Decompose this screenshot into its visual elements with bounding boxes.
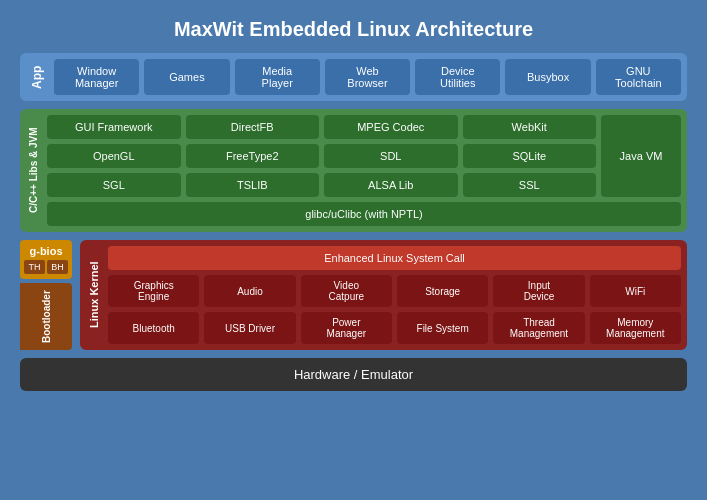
games-box: Games <box>144 59 229 95</box>
glibc-row: glibc/uClibc (with NPTL) <box>47 202 681 226</box>
media-player-box: MediaPlayer <box>235 59 320 95</box>
sqlite-box: SQLite <box>463 144 597 168</box>
bootloader-col: g-bios TH BH Bootloader <box>20 240 72 350</box>
kernel-section: g-bios TH BH Bootloader Linux Kernel Enh… <box>20 240 687 350</box>
hardware-layer: Hardware / Emulator <box>20 358 687 391</box>
libs-layer-label: C/C++ Libs & JVM <box>26 115 41 226</box>
libs-with-java: GUI Framework DirectFB MPEG Codec WebKit… <box>47 115 681 197</box>
gbios-label: g-bios <box>24 245 68 257</box>
kernel-rows: GraphicsEngine Audio VideoCatpure Storag… <box>108 275 681 344</box>
wifi-box: WiFi <box>590 275 681 307</box>
libs-row1: GUI Framework DirectFB MPEG Codec WebKit <box>47 115 596 139</box>
kernel-layer: Linux Kernel Enhanced Linux System Call … <box>80 240 687 350</box>
kernel-row2: Bluetooth USB Driver PowerManager File S… <box>108 312 681 344</box>
kernel-layer-label: Linux Kernel <box>86 246 102 344</box>
libs-layer: C/C++ Libs & JVM GUI Framework DirectFB … <box>20 109 687 232</box>
gnu-toolchain-box: GNUToolchain <box>596 59 681 95</box>
app-layer: App WindowManager Games MediaPlayer WebB… <box>20 53 687 101</box>
libs-content: GUI Framework DirectFB MPEG Codec WebKit… <box>47 115 681 226</box>
window-manager-box: WindowManager <box>54 59 139 95</box>
gbios-th: TH <box>24 260 45 274</box>
tslib-box: TSLIB <box>186 173 320 197</box>
audio-box: Audio <box>204 275 295 307</box>
freetype2-box: FreeType2 <box>186 144 320 168</box>
mpeg-codec-box: MPEG Codec <box>324 115 458 139</box>
power-manager-box: PowerManager <box>301 312 392 344</box>
libs-row3: SGL TSLIB ALSA Lib SSL <box>47 173 596 197</box>
opengl-box: OpenGL <box>47 144 181 168</box>
diagram: App WindowManager Games MediaPlayer WebB… <box>20 53 687 391</box>
alsa-lib-box: ALSA Lib <box>324 173 458 197</box>
bluetooth-box: Bluetooth <box>108 312 199 344</box>
gbios-area: g-bios TH BH <box>20 240 72 279</box>
libs-main-rows: GUI Framework DirectFB MPEG Codec WebKit… <box>47 115 596 197</box>
directfb-box: DirectFB <box>186 115 320 139</box>
ssl-box: SSL <box>463 173 597 197</box>
app-layer-label: App <box>26 59 48 95</box>
kernel-syscall: Enhanced Linux System Call <box>108 246 681 270</box>
graphics-engine-box: GraphicsEngine <box>108 275 199 307</box>
device-utilities-box: DeviceUtilities <box>415 59 500 95</box>
sdl-box: SDL <box>324 144 458 168</box>
bootloader-label: Bootloader <box>20 283 72 350</box>
usb-driver-box: USB Driver <box>204 312 295 344</box>
storage-box: Storage <box>397 275 488 307</box>
gui-framework-box: GUI Framework <box>47 115 181 139</box>
java-vm-box: Java VM <box>601 115 681 197</box>
kernel-row1: GraphicsEngine Audio VideoCatpure Storag… <box>108 275 681 307</box>
busybox-box: Busybox <box>505 59 590 95</box>
main-title: MaxWit Embedded Linux Architecture <box>0 0 707 53</box>
app-boxes: WindowManager Games MediaPlayer WebBrows… <box>54 59 681 95</box>
thread-management-box: ThreadManagement <box>493 312 584 344</box>
kernel-content: Enhanced Linux System Call GraphicsEngin… <box>108 246 681 344</box>
web-browser-box: WebBrowser <box>325 59 410 95</box>
libs-row2: OpenGL FreeType2 SDL SQLite <box>47 144 596 168</box>
video-capture-box: VideoCatpure <box>301 275 392 307</box>
memory-management-box: MemoryManagement <box>590 312 681 344</box>
gbios-bh: BH <box>47 260 68 274</box>
sgl-box: SGL <box>47 173 181 197</box>
webkit-box: WebKit <box>463 115 597 139</box>
input-device-box: InputDevice <box>493 275 584 307</box>
gbios-sub: TH BH <box>24 260 68 274</box>
file-system-box: File System <box>397 312 488 344</box>
